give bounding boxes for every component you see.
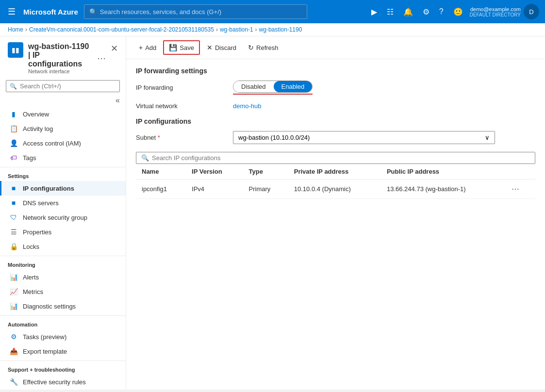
monitoring-section-label: Monitoring (0, 256, 126, 270)
sidebar-item-locks[interactable]: 🔒 Locks (0, 239, 126, 254)
sidebar-item-overview[interactable]: ▮ Overview (0, 107, 126, 121)
toggle-enabled[interactable]: Enabled (274, 81, 313, 92)
discard-icon: ✕ (207, 44, 213, 51)
save-button[interactable]: 💾 Save (163, 40, 200, 55)
global-search-box[interactable]: 🔍 (84, 4, 307, 19)
user-menu[interactable]: demo@example.com DEFAULT DIRECTORY D (470, 4, 539, 19)
collapse-sidebar-button[interactable]: « (116, 96, 120, 105)
sidebar-item-alerts[interactable]: 📊 Alerts (0, 270, 126, 284)
row-more-options-button[interactable]: ⋯ (510, 183, 521, 195)
ip-forwarding-label: IP forwarding (136, 84, 233, 91)
toggle-underline (233, 94, 313, 95)
sidebar-item-activity-log[interactable]: 📋 Activity log (0, 121, 126, 136)
discard-label: Discard (215, 44, 236, 51)
tasks-icon: ⚙ (9, 333, 18, 341)
sidebar-item-ip-configurations[interactable]: ■ IP configurations (0, 181, 126, 196)
subnet-row: Subnet * wg-bastion (10.10.0.0/24) ∨ (136, 131, 535, 144)
ip-config-table: Name IP Version Type Private IP address … (136, 164, 535, 199)
help-icon[interactable]: ? (436, 5, 446, 18)
col-public-ip: Public IP address (381, 164, 504, 180)
nsg-icon: 🛡 (9, 213, 18, 221)
hamburger-menu-icon[interactable]: ☰ (6, 4, 17, 19)
subnet-value: wg-bastion (10.10.0.0/24) (238, 134, 310, 141)
col-type: Type (243, 164, 288, 180)
sidebar-search-container: 🔍 (6, 80, 120, 92)
overview-icon: ▮ (9, 110, 18, 118)
sidebar-item-tags[interactable]: 🏷 Tags (0, 150, 126, 165)
toggle-disabled[interactable]: Disabled (233, 81, 274, 92)
refresh-icon: ↻ (248, 44, 254, 51)
save-label: Save (180, 44, 194, 51)
ip-forwarding-section-title: IP forwarding settings (136, 67, 535, 75)
table-row: ipconfig1 IPv4 Primary 10.10.0.4 (Dynami… (136, 180, 535, 199)
breadcrumb-current[interactable]: wg-bastion-1190 (259, 26, 302, 33)
sidebar-item-label: IP configurations (23, 185, 74, 192)
sidebar-item-tasks[interactable]: ⚙ Tasks (preview) (0, 329, 126, 344)
main-container: ▮▮ wg-bastion-1190 | IP configurations N… (0, 36, 545, 390)
ip-forwarding-toggle[interactable]: Disabled Enabled (233, 81, 313, 93)
topbar: ☰ Microsoft Azure 🔍 ▶ ☷ 🔔 ⚙ ? 🙂 demo@exa… (0, 0, 545, 23)
breadcrumb-vm[interactable]: CreateVm-canonical.0001-com-ubuntu-serve… (29, 26, 214, 33)
close-icon[interactable]: ✕ (111, 43, 118, 54)
sidebar: ▮▮ wg-bastion-1190 | IP configurations N… (0, 36, 126, 390)
notifications-icon[interactable]: 🔔 (400, 5, 416, 18)
sidebar-search-input[interactable] (6, 80, 120, 92)
required-indicator: * (158, 134, 160, 141)
breadcrumb-sep-1: › (25, 26, 27, 33)
sidebar-header: ▮▮ wg-bastion-1190 | IP configurations N… (0, 36, 126, 78)
table-search-input[interactable] (152, 154, 530, 162)
topbar-icons: ▶ ☷ 🔔 ⚙ ? 🙂 demo@example.com DEFAULT DIR… (368, 4, 539, 19)
portal-menu-icon[interactable]: ☷ (384, 5, 396, 18)
table-search-icon: 🔍 (141, 154, 149, 162)
table-header: Name IP Version Type Private IP address … (136, 164, 535, 180)
sidebar-item-label: Metrics (23, 288, 43, 295)
cloud-shell-icon[interactable]: ▶ (368, 5, 380, 18)
azure-logo: Microsoft Azure (23, 8, 78, 16)
sidebar-item-diagnostic[interactable]: 📊 Diagnostic settings (0, 299, 126, 313)
sidebar-item-label: Tasks (preview) (23, 333, 66, 341)
virtual-network-link[interactable]: demo-hub (233, 102, 262, 110)
avatar[interactable]: D (524, 4, 539, 19)
feedback-icon[interactable]: 🙂 (450, 5, 466, 18)
add-button[interactable]: + Add (134, 41, 161, 54)
sidebar-item-dns-servers[interactable]: ■ DNS servers (0, 196, 126, 210)
sidebar-item-effective-security[interactable]: 🔧 Effective security rules (0, 375, 126, 389)
table-section: 🔍 Name IP Version Type Private IP addres… (136, 152, 535, 199)
subnet-label: Subnet * (136, 134, 233, 141)
col-private-ip: Private IP address (288, 164, 381, 180)
security-rules-icon: 🔧 (9, 378, 18, 386)
cell-name: ipconfig1 (136, 180, 186, 199)
tags-icon: 🏷 (9, 154, 18, 162)
cell-type: Primary (243, 180, 288, 199)
sidebar-item-properties[interactable]: ☰ Properties (0, 225, 126, 239)
ip-configurations-section-title: IP configurations (136, 117, 535, 125)
breadcrumb-home[interactable]: Home (8, 26, 23, 33)
global-search-input[interactable] (100, 8, 302, 16)
settings-section-label: Settings (0, 167, 126, 181)
col-ip-version: IP Version (186, 164, 243, 180)
sidebar-nav: ▮ Overview 📋 Activity log 👤 Access contr… (0, 107, 126, 390)
refresh-button[interactable]: ↻ Refresh (243, 41, 283, 54)
sidebar-item-metrics[interactable]: 📈 Metrics (0, 284, 126, 299)
breadcrumb-sep-2: › (216, 26, 218, 33)
sidebar-item-export-template[interactable]: 📤 Export template (0, 344, 126, 359)
more-options-icon[interactable]: ⋯ (97, 53, 106, 64)
cell-actions: ⋯ (504, 180, 535, 199)
breadcrumb-sep-3: › (255, 26, 257, 33)
save-icon: 💾 (169, 44, 177, 51)
breadcrumb: Home › CreateVm-canonical.0001-com-ubunt… (0, 23, 545, 36)
export-icon: 📤 (9, 347, 18, 355)
locks-icon: 🔒 (9, 243, 18, 250)
discard-button[interactable]: ✕ Discard (202, 41, 241, 54)
settings-icon[interactable]: ⚙ (420, 5, 432, 18)
sidebar-item-iam[interactable]: 👤 Access control (IAM) (0, 136, 126, 150)
sidebar-search-icon: 🔍 (10, 83, 17, 90)
subnet-dropdown[interactable]: wg-bastion (10.10.0.0/24) ∨ (233, 131, 495, 144)
sidebar-item-label: Overview (23, 111, 49, 118)
dns-icon: ■ (9, 199, 18, 207)
refresh-label: Refresh (256, 44, 279, 51)
breadcrumb-wg-bastion[interactable]: wg-bastion-1 (220, 26, 253, 33)
sidebar-item-label: Effective security rules (23, 378, 86, 386)
sidebar-item-label: Access control (IAM) (23, 140, 81, 147)
sidebar-item-nsg[interactable]: 🛡 Network security group (0, 210, 126, 225)
